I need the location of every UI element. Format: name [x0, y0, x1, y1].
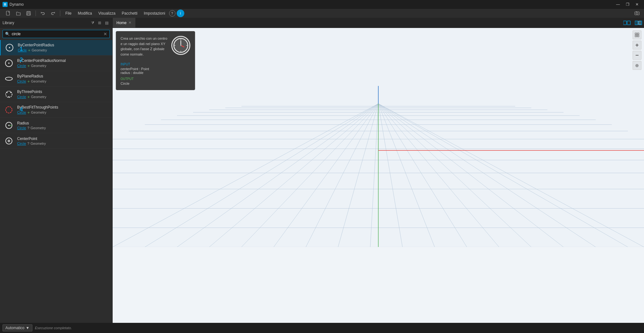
- item-circle-link-6[interactable]: Circle: [17, 126, 26, 130]
- 3d-viewport[interactable]: Crea un cerchio con un centro e un raggi…: [113, 28, 644, 323]
- svg-point-22: [9, 141, 10, 142]
- tooltip-output-section: OUTPUT Circle: [121, 77, 190, 85]
- svg-point-19: [8, 125, 10, 126]
- app-title: Dynamo: [10, 2, 24, 7]
- circle-icon-3: [4, 74, 14, 84]
- list-item-bycenterpoint-radius-normal[interactable]: ByCenterPointRadiusNormal Circle + Geome…: [0, 56, 112, 71]
- item-circle-link-1[interactable]: Circle: [18, 48, 27, 52]
- svg-point-13: [6, 92, 8, 93]
- tab-bar: Home ✕ ☰: [113, 18, 644, 28]
- item-circle-link-7[interactable]: Circle: [17, 142, 26, 145]
- circle-icon-1: [4, 43, 15, 53]
- list-item-bycenterpoint-radius[interactable]: ByCenterPointRadius Circle + Geometry: [0, 40, 112, 56]
- layout-icon[interactable]: ⊞: [97, 20, 102, 26]
- filter-icon[interactable]: ⧩: [90, 20, 95, 26]
- execution-mode-dropdown[interactable]: Automatico ▼: [3, 324, 32, 331]
- menu-impostazioni[interactable]: Impostazioni: [141, 10, 168, 17]
- item-geo-1: Geometry: [32, 48, 47, 52]
- menu-file[interactable]: File: [63, 10, 74, 17]
- item-geo-4: Geometry: [31, 95, 46, 99]
- item-meta-6: Circle ? Geometry: [17, 126, 46, 130]
- menu-visualizza[interactable]: Visualizza: [96, 10, 118, 17]
- tooltip-popup: Crea un cerchio con un centro e un raggi…: [116, 31, 195, 90]
- fit-view-button[interactable]: [633, 30, 641, 39]
- zoom-out-button[interactable]: −: [633, 51, 641, 60]
- svg-point-11: [5, 77, 12, 80]
- reset-view-button[interactable]: ⊕: [633, 61, 641, 70]
- item-circle-link-3[interactable]: Circle: [17, 79, 26, 83]
- menu-modifica[interactable]: Modifica: [75, 10, 95, 17]
- search-clear-button[interactable]: ✕: [103, 31, 107, 37]
- redo-button[interactable]: [49, 9, 57, 18]
- save-button[interactable]: [24, 9, 33, 18]
- execution-mode-label: Automatico: [5, 326, 24, 330]
- item-plus-3: +: [27, 79, 30, 84]
- list-item-byplane-radius[interactable]: ByPlaneRadius Circle + Geometry: [0, 71, 112, 87]
- item-name-1: ByCenterPointRadius: [18, 43, 54, 47]
- item-name-6: Radius: [17, 121, 46, 125]
- svg-point-5: [636, 12, 638, 14]
- item-text-2: ByCenterPointRadiusNormal Circle + Geome…: [17, 58, 66, 68]
- item-name-5: ByBestFitThroughPoints: [17, 105, 58, 110]
- new-file-button[interactable]: [4, 9, 13, 18]
- item-text-7: CenterPoint Circle ? Geometry: [17, 137, 46, 145]
- main-layout: Library ⧩ ⊞ ▤ 1 🔍 ✕ 2: [0, 18, 644, 323]
- item-name-7: CenterPoint: [17, 137, 46, 141]
- viewport-controls: + − ⊕: [633, 30, 641, 70]
- svg-rect-74: [637, 33, 639, 35]
- dropdown-arrow-icon: ▼: [26, 326, 30, 330]
- list-item-bythreepoints[interactable]: ByThreePoints Circle + Geometry: [0, 87, 112, 102]
- svg-rect-73: [635, 33, 637, 35]
- item-circle-link-5[interactable]: Circle: [17, 110, 26, 114]
- menubar-right: [633, 9, 641, 18]
- tooltip-output-value: Circle: [121, 82, 190, 85]
- close-button[interactable]: ✕: [633, 0, 641, 9]
- menu-sep: [60, 10, 60, 16]
- tooltip-description: Crea un cerchio con un centro e un raggi…: [121, 36, 168, 57]
- svg-rect-0: [6, 11, 10, 15]
- item-name-3: ByPlaneRadius: [17, 74, 46, 78]
- item-meta-7: Circle ? Geometry: [17, 142, 46, 145]
- circle-icon-6: [4, 120, 14, 130]
- list-item-centerpoint[interactable]: CenterPoint Circle ? Geometry: [0, 133, 112, 149]
- svg-rect-23: [623, 21, 627, 25]
- screenshot-button[interactable]: [633, 9, 641, 18]
- item-text-6: Radius Circle ? Geometry: [17, 121, 46, 130]
- item-meta-2: Circle + Geometry: [17, 63, 66, 68]
- tooltip-output-label: OUTPUT: [121, 77, 190, 81]
- list-item-radius[interactable]: Radius Circle ? Geometry: [0, 118, 112, 133]
- circle-icon-5: [4, 105, 14, 115]
- item-plus-1: +: [28, 48, 30, 53]
- list-item-bybestfit[interactable]: ByBestFitThroughPoints Circle + Geometry: [0, 102, 112, 118]
- tooltip-param-1: centerPoint : Point: [121, 67, 190, 71]
- svg-rect-24: [627, 21, 630, 25]
- info-button[interactable]: i: [177, 10, 184, 17]
- help-button[interactable]: ?: [169, 10, 175, 17]
- item-circle-link-4[interactable]: Circle: [17, 95, 26, 99]
- search-input[interactable]: [3, 30, 110, 38]
- undo-button[interactable]: [38, 9, 47, 18]
- sidebar: Library ⧩ ⊞ ▤ 1 🔍 ✕ 2: [0, 18, 113, 323]
- zoom-in-button[interactable]: +: [633, 41, 641, 50]
- item-text-4: ByThreePoints Circle + Geometry: [17, 90, 46, 99]
- item-geo-3: Geometry: [31, 79, 46, 83]
- tooltip-param-2: radius : double: [121, 71, 190, 75]
- tab-home[interactable]: Home ✕: [113, 18, 135, 28]
- item-circle-link-2[interactable]: Circle: [17, 64, 26, 68]
- menu-pacchetti[interactable]: Pacchetti: [119, 10, 140, 17]
- collapse-icon[interactable]: ▤: [104, 20, 110, 26]
- restore-button[interactable]: ❐: [623, 0, 632, 9]
- minimize-button[interactable]: —: [614, 0, 622, 9]
- svg-rect-76: [637, 35, 639, 37]
- item-name-2: ByCenterPointRadiusNormal: [17, 58, 66, 63]
- open-file-button[interactable]: [14, 9, 23, 18]
- nav-icon-1[interactable]: [622, 20, 632, 25]
- svg-rect-3: [27, 13, 30, 15]
- item-plus-5: +: [27, 110, 30, 115]
- clock-icon: [171, 36, 190, 55]
- status-text: Esecuzione completato.: [35, 326, 72, 330]
- hamburger-icon[interactable]: ☰: [637, 20, 641, 25]
- tab-close-button[interactable]: ✕: [128, 21, 131, 25]
- statusbar: Automatico ▼ Esecuzione completato.: [0, 323, 644, 333]
- top-controls: [628, 18, 637, 27]
